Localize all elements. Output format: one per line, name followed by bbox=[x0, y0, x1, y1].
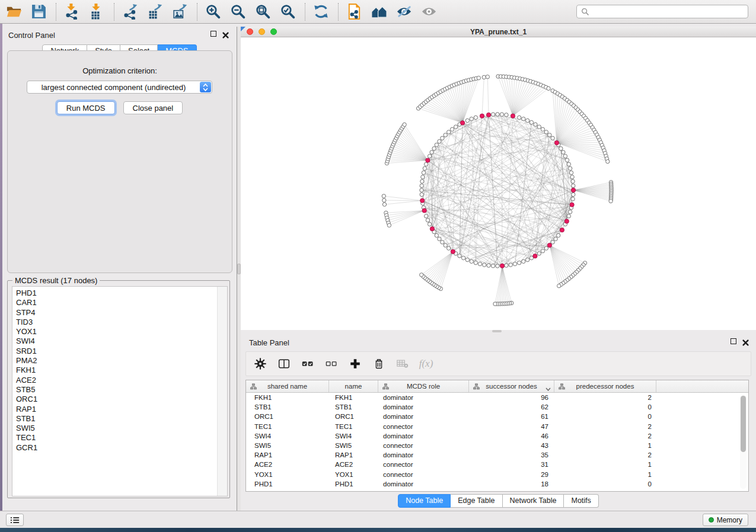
cell-predecessor-nodes: 1 bbox=[554, 461, 656, 468]
split-panel-icon[interactable] bbox=[277, 358, 290, 370]
cell-predecessor-nodes: 2 bbox=[554, 394, 656, 401]
export-image-icon[interactable] bbox=[171, 2, 189, 21]
table-panel-title: Table Panel bbox=[249, 338, 289, 347]
mcds-tab-panel: Optimization criterion: largest connecte… bbox=[7, 50, 232, 273]
mcds-result-item[interactable]: STB1 bbox=[16, 414, 227, 424]
mcds-result-item[interactable]: SWI4 bbox=[16, 336, 227, 346]
panel-selector-button[interactable] bbox=[6, 514, 24, 526]
column-label: name bbox=[345, 383, 362, 390]
table-row[interactable]: SWI5SWI5connector431 bbox=[246, 441, 748, 450]
zoom-fit-icon[interactable] bbox=[254, 2, 272, 21]
column-header-successor-nodes[interactable]: successor nodes bbox=[469, 380, 554, 392]
delete-columns-icon[interactable] bbox=[372, 358, 385, 370]
table-row[interactable]: ORC1ORC1dominator610 bbox=[246, 412, 748, 421]
refresh-icon[interactable] bbox=[312, 2, 330, 21]
export-network-icon[interactable] bbox=[121, 2, 139, 21]
column-header-predecessor-nodes[interactable]: predecessor nodes bbox=[554, 380, 656, 392]
table-row[interactable]: YOX1YOX1connector291 bbox=[246, 470, 748, 479]
mcds-result-item[interactable]: STP4 bbox=[16, 308, 227, 318]
import-table-icon[interactable] bbox=[88, 2, 106, 21]
import-network-icon[interactable] bbox=[63, 2, 81, 21]
toolbar-separator bbox=[338, 3, 339, 21]
cell-predecessor-nodes: 2 bbox=[554, 451, 656, 459]
status-bar: Memory bbox=[0, 511, 756, 528]
table-row[interactable]: FKH1FKH1dominator962 bbox=[246, 393, 748, 402]
table-scrollbar-track[interactable] bbox=[740, 395, 747, 489]
float-panel-icon[interactable] bbox=[731, 338, 736, 344]
column-header-shared-name[interactable]: shared name bbox=[246, 380, 329, 392]
table-selector-tabs: Node TableEdge TableNetwork TableMotifs bbox=[241, 494, 756, 508]
cell-successor-nodes: 31 bbox=[469, 461, 554, 468]
table-row[interactable]: PHD1PHD1dominator180 bbox=[246, 479, 748, 489]
column-label: successor nodes bbox=[486, 383, 537, 390]
mcds-result-item[interactable]: GCR1 bbox=[16, 443, 227, 453]
mcds-result-item[interactable]: SWI5 bbox=[16, 424, 227, 433]
show-all-icon bbox=[420, 2, 438, 21]
new-network-from-selection-icon[interactable] bbox=[345, 2, 363, 21]
save-icon[interactable] bbox=[30, 2, 47, 21]
mcds-scrollbar-track[interactable] bbox=[217, 287, 227, 496]
cell-shared-name: YOX1 bbox=[246, 471, 329, 478]
select-all-icon[interactable] bbox=[301, 358, 314, 370]
run-mcds-button[interactable]: Run MCDS bbox=[57, 101, 115, 114]
zoom-in-icon[interactable] bbox=[204, 2, 222, 21]
cell-predecessor-nodes: 0 bbox=[554, 413, 656, 420]
mcds-result-item[interactable]: TEC1 bbox=[16, 433, 227, 443]
optimization-criterion-select[interactable]: largest connected component (undirected) bbox=[27, 81, 212, 94]
mcds-result-item[interactable]: TID3 bbox=[16, 318, 227, 327]
cell-shared-name: RAP1 bbox=[246, 451, 329, 459]
export-table-icon[interactable] bbox=[146, 2, 164, 21]
tab-network-table[interactable]: Network Table bbox=[503, 494, 564, 508]
open-folder-icon[interactable] bbox=[5, 2, 23, 21]
node-table: shared namenameMCDS rolesuccessor nodesp… bbox=[245, 380, 749, 492]
hide-selected-icon[interactable] bbox=[395, 2, 413, 21]
gear-icon[interactable] bbox=[254, 358, 266, 370]
mcds-result-item[interactable]: SRD1 bbox=[16, 347, 227, 356]
table-row[interactable]: RAP1RAP1dominator352 bbox=[246, 450, 748, 460]
control-panel: Control Panel NetworkStyleSelectMCDS Opt… bbox=[2, 27, 237, 511]
cell-name: STB1 bbox=[329, 403, 378, 411]
mcds-result-item[interactable]: FKH1 bbox=[16, 366, 227, 375]
table-row[interactable]: STB1STB1dominator620 bbox=[246, 402, 748, 412]
mcds-result-item[interactable]: YOX1 bbox=[16, 327, 227, 336]
cell-mcds-role: dominator bbox=[378, 480, 469, 488]
column-type-icon bbox=[382, 383, 389, 390]
mcds-result-item[interactable]: PHD1 bbox=[16, 289, 227, 298]
cell-shared-name: STB1 bbox=[246, 403, 329, 411]
search-icon bbox=[581, 8, 589, 15]
memory-button[interactable]: Memory bbox=[703, 514, 748, 526]
mcds-result-item[interactable]: PMA2 bbox=[16, 356, 227, 366]
mcds-result-item[interactable]: RAP1 bbox=[16, 405, 227, 414]
close-panel-button[interactable]: Close panel bbox=[123, 101, 183, 114]
table-row[interactable]: SWI4SWI4dominator462 bbox=[246, 431, 748, 441]
table-scrollbar-thumb[interactable] bbox=[741, 396, 746, 452]
mcds-result-item[interactable]: ACE2 bbox=[16, 376, 227, 385]
add-column-icon[interactable] bbox=[349, 358, 361, 370]
deselect-all-icon[interactable] bbox=[325, 358, 337, 370]
zoom-out-icon[interactable] bbox=[229, 2, 247, 21]
home-icon[interactable] bbox=[370, 2, 388, 21]
table-row[interactable]: TEC1TEC1connector472 bbox=[246, 422, 748, 431]
tab-motifs[interactable]: Motifs bbox=[564, 494, 598, 508]
toolbar-separator bbox=[197, 3, 198, 21]
column-header-mcds-role[interactable]: MCDS role bbox=[378, 380, 469, 392]
control-panel-close-icon[interactable] bbox=[222, 30, 229, 37]
tab-node-table[interactable]: Node Table bbox=[398, 494, 451, 508]
cell-shared-name: ORC1 bbox=[246, 413, 329, 420]
mcds-result-item[interactable]: ORC1 bbox=[16, 395, 227, 404]
table-panel-close-icon[interactable] bbox=[742, 338, 749, 344]
table-row[interactable]: ACE2ACE2connector311 bbox=[246, 460, 748, 469]
column-header-name[interactable]: name bbox=[329, 380, 378, 392]
float-panel-icon[interactable] bbox=[210, 31, 216, 37]
zoom-selected-icon[interactable] bbox=[279, 2, 296, 21]
app-window: Control Panel NetworkStyleSelectMCDS Opt… bbox=[0, 0, 756, 532]
network-canvas[interactable] bbox=[241, 37, 756, 330]
mcds-result-item[interactable]: CAR1 bbox=[16, 298, 227, 307]
search-input[interactable] bbox=[592, 6, 748, 18]
divider-grip-horizontal-icon[interactable] bbox=[492, 330, 502, 332]
tab-edge-table[interactable]: Edge Table bbox=[451, 494, 502, 508]
table-panel: Table Panel f(x) shared namenameMCDS rol… bbox=[241, 330, 756, 511]
cell-name: RAP1 bbox=[329, 451, 378, 459]
mcds-result-item[interactable]: STB5 bbox=[16, 385, 227, 395]
cell-mcds-role: connector bbox=[378, 423, 469, 430]
